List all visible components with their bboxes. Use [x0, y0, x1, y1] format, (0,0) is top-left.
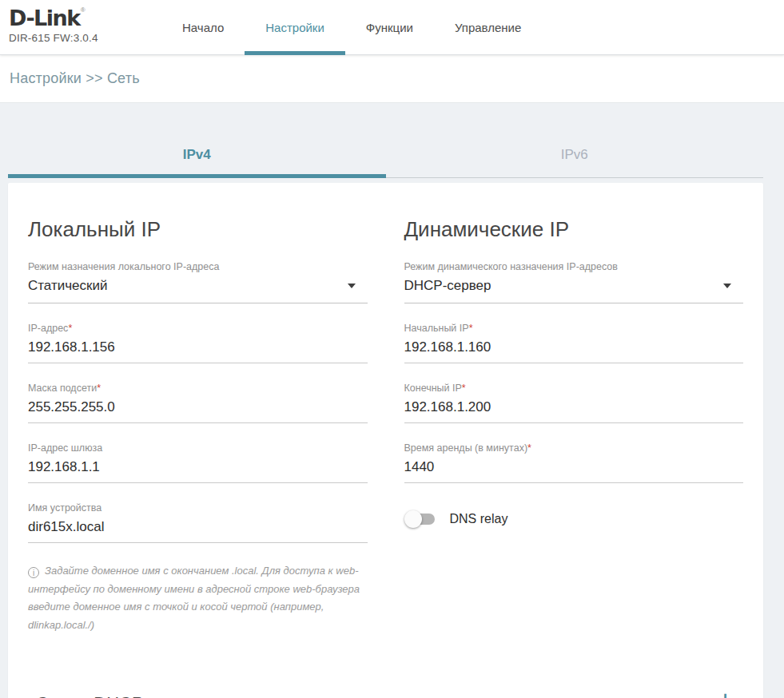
- dhcp-options-section: Опции DHCP +: [28, 688, 743, 698]
- start-ip-input[interactable]: [404, 334, 744, 363]
- domain-name-note: iЗадайте доменное имя с окончанием .loca…: [28, 562, 368, 635]
- lease-time-input[interactable]: [404, 454, 744, 483]
- local-ip-mode-value: Статический: [28, 278, 107, 294]
- ip-address-input[interactable]: [28, 334, 368, 363]
- registered-trademark-icon: ®: [81, 6, 86, 14]
- subnet-mask-label: Маска подсети*: [28, 383, 368, 394]
- dynamic-ip-section: Динамические IP Режим динамического назн…: [404, 202, 744, 645]
- end-ip-label: Конечный IP*: [404, 383, 744, 394]
- required-asterisk: *: [68, 323, 72, 334]
- gateway-ip-field: IP-адрес шлюза: [28, 442, 368, 483]
- ip-address-field: IP-адрес*: [28, 323, 368, 363]
- dynamic-ip-mode-value: DHCP-сервер: [404, 278, 491, 294]
- tab-ipv4[interactable]: IPv4: [8, 147, 386, 178]
- required-asterisk: *: [527, 442, 531, 454]
- dlink-logo: D-Link: [9, 7, 80, 29]
- gateway-ip-label: IP-адрес шлюза: [28, 442, 368, 454]
- add-dhcp-option-button[interactable]: +: [707, 688, 743, 698]
- network-settings-card: Локальный IP Режим назначения локального…: [8, 183, 763, 698]
- end-ip-input[interactable]: [404, 394, 744, 423]
- nav-item-management[interactable]: Управление: [434, 0, 542, 54]
- dynamic-ip-mode-field: Режим динамического назначения IP-адресо…: [404, 261, 744, 303]
- dynamic-ip-mode-select[interactable]: DHCP-сервер: [404, 272, 744, 303]
- local-ip-section: Локальный IP Режим назначения локального…: [28, 202, 368, 645]
- dynamic-ip-mode-label: Режим динамического назначения IP-адресо…: [404, 261, 744, 272]
- subnet-mask-field: Маска подсети*: [28, 383, 368, 423]
- page-content: IPv4 IPv6 Локальный IP Режим назначения …: [0, 147, 784, 698]
- subnet-mask-input[interactable]: [28, 394, 368, 423]
- lease-time-field: Время аренды (в минутах)*: [404, 442, 744, 483]
- dns-relay-label: DNS relay: [450, 512, 508, 526]
- tab-ipv6[interactable]: IPv6: [386, 147, 764, 178]
- dns-relay-toggle[interactable]: [408, 514, 435, 525]
- lease-time-label: Время аренды (в минутах)*: [404, 442, 744, 454]
- device-name-field: Имя устройства: [28, 502, 368, 543]
- local-ip-title: Локальный IP: [28, 218, 368, 242]
- brand-block: D-Link ® DIR-615 FW:3.0.4: [0, 0, 117, 54]
- app-header: D-Link ® DIR-615 FW:3.0.4 Начало Настрой…: [0, 0, 784, 55]
- breadcrumb: Настройки >> Сеть: [10, 70, 140, 87]
- breadcrumb-bar: Настройки >> Сеть: [0, 55, 784, 103]
- local-ip-mode-select[interactable]: Статический: [28, 272, 368, 303]
- nav-item-settings[interactable]: Настройки: [245, 0, 345, 54]
- required-asterisk: *: [462, 383, 466, 394]
- local-ip-mode-label: Режим назначения локального IP-адреса: [28, 261, 368, 272]
- domain-name-note-text: Задайте доменное имя с окончанием .local…: [28, 565, 360, 631]
- required-asterisk: *: [469, 323, 473, 334]
- dns-relay-row: DNS relay: [404, 512, 744, 526]
- device-name-input[interactable]: [28, 514, 368, 543]
- start-ip-field: Начальный IP*: [404, 323, 744, 363]
- main-nav: Начало Настройки Функции Управление: [161, 0, 542, 54]
- start-ip-label: Начальный IP*: [404, 323, 744, 334]
- dropdown-arrow-icon: [348, 284, 356, 288]
- required-asterisk: *: [97, 383, 101, 394]
- nav-item-functions[interactable]: Функции: [345, 0, 434, 54]
- info-icon: i: [28, 567, 39, 578]
- dropdown-arrow-icon: [723, 284, 731, 288]
- end-ip-field: Конечный IP*: [404, 383, 744, 423]
- gateway-ip-input[interactable]: [28, 454, 368, 483]
- local-ip-mode-field: Режим назначения локального IP-адреса Ст…: [28, 261, 368, 303]
- ip-version-tabs: IPv4 IPv6: [8, 147, 763, 178]
- device-model-firmware: DIR-615 FW:3.0.4: [9, 32, 117, 44]
- toggle-knob: [404, 510, 422, 528]
- ip-address-label: IP-адрес*: [28, 323, 368, 334]
- device-name-label: Имя устройства: [28, 502, 368, 514]
- dhcp-options-title: Опции DHCP: [36, 693, 144, 698]
- dynamic-ip-title: Динамические IP: [404, 218, 744, 242]
- nav-item-home[interactable]: Начало: [161, 0, 245, 54]
